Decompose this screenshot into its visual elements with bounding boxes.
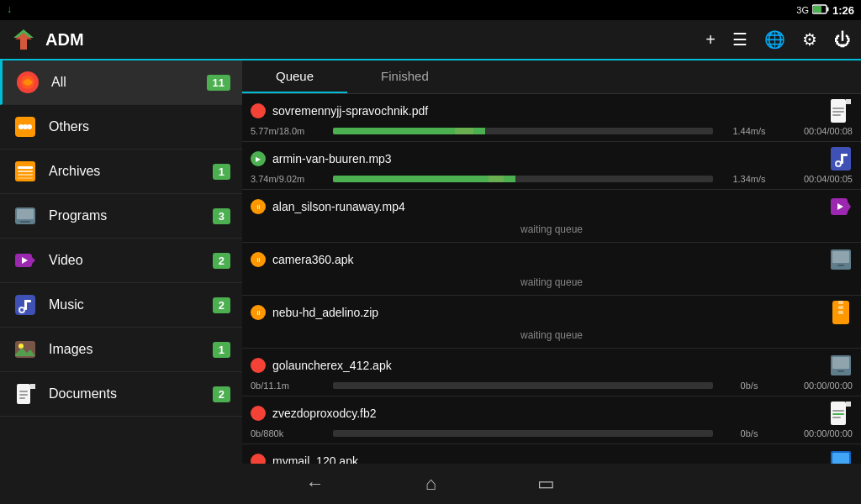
svg-rect-2 bbox=[813, 6, 821, 13]
download-item: ▶ armin-van-buuren.mp3 3.74m/9.02m 1.34m… bbox=[242, 142, 861, 190]
sidebar-item-documents[interactable]: Documents 2 bbox=[0, 372, 242, 417]
home-button[interactable]: ⌂ bbox=[425, 473, 436, 495]
progress-time: 00:04/00:05 bbox=[785, 174, 853, 184]
network-indicator: 3G bbox=[796, 5, 809, 15]
download-item: ⏸ alan_silson-runaway.mp4 waiting queue bbox=[242, 190, 861, 243]
sidebar-item-label: Others bbox=[49, 119, 230, 134]
sidebar-item-images[interactable]: Images 1 bbox=[0, 328, 242, 372]
download-filename: armin-van-buuren.mp3 bbox=[272, 152, 829, 165]
download-filename: nebu-hd_adelino.zip bbox=[272, 306, 829, 319]
file-type-icon bbox=[829, 99, 853, 123]
sidebar-badge-documents: 2 bbox=[213, 386, 230, 402]
svg-rect-62 bbox=[846, 402, 851, 407]
app-title: ADM bbox=[45, 30, 705, 50]
sidebar-item-archives[interactable]: Archives 1 bbox=[0, 150, 242, 194]
progress-speed: 0b/s bbox=[720, 428, 779, 438]
toolbar-actions: + ☰ 🌐 ⚙ ⏻ bbox=[705, 29, 851, 50]
download-arrow-icon: ↓ bbox=[7, 3, 12, 15]
globe-button[interactable]: 🌐 bbox=[764, 29, 785, 50]
svg-rect-41 bbox=[832, 114, 841, 116]
svg-rect-59 bbox=[837, 370, 844, 372]
sidebar-item-programs[interactable]: Programs 3 bbox=[0, 194, 242, 239]
downloads-list: sovremennyjj-spravochnik.pdf 5.77m/18.0m… bbox=[242, 94, 861, 464]
tab-finished[interactable]: Finished bbox=[347, 60, 462, 93]
sidebar-item-label: All bbox=[51, 75, 207, 90]
time-display: 1:26 bbox=[832, 4, 854, 17]
progress-time: 00:04/00:08 bbox=[785, 126, 853, 136]
progress-bar-fill bbox=[333, 128, 455, 134]
download-item: mymail_120.apk bbox=[242, 444, 861, 464]
download-filename: mymail_120.apk bbox=[272, 454, 829, 464]
file-type-icon bbox=[829, 147, 853, 171]
sidebar-badge-programs: 3 bbox=[213, 208, 230, 224]
add-button[interactable]: + bbox=[705, 30, 716, 50]
svg-rect-63 bbox=[832, 410, 844, 412]
sidebar-badge-all: 11 bbox=[207, 75, 230, 91]
svg-rect-64 bbox=[832, 413, 844, 415]
documents-icon bbox=[12, 381, 39, 407]
svg-rect-67 bbox=[832, 453, 849, 464]
sidebar-item-label: Archives bbox=[49, 164, 213, 179]
waiting-row: waiting queue bbox=[251, 275, 853, 290]
status-indicator[interactable] bbox=[251, 406, 266, 421]
status-indicator[interactable] bbox=[251, 358, 266, 373]
progress-bar-fill bbox=[333, 176, 489, 182]
status-bar: ↓ 3G 1:26 bbox=[0, 0, 861, 20]
progress-row: 5.77m/18.0m 1.44m/s 00:04/00:08 bbox=[251, 126, 853, 136]
svg-marker-48 bbox=[848, 202, 851, 212]
status-indicator[interactable]: ⏸ bbox=[251, 305, 266, 320]
sidebar-badge-images: 1 bbox=[213, 342, 230, 358]
equalizer-button[interactable]: ⚙ bbox=[802, 29, 817, 50]
back-button[interactable]: ← bbox=[306, 473, 325, 495]
download-item: golauncherex_412.apk 0b/11.1m 0b/s 00:00… bbox=[242, 349, 861, 396]
tab-queue[interactable]: Queue bbox=[242, 60, 347, 93]
main-content: All 11 Others bbox=[0, 60, 861, 464]
svg-rect-46 bbox=[841, 154, 848, 156]
progress-info: 3.74m/9.02m bbox=[251, 174, 326, 184]
download-item-header: sovremennyjj-spravochnik.pdf bbox=[251, 99, 853, 123]
download-item: zvezdoproxodcy.fb2 0b/880k 0b/s 00:00/00… bbox=[242, 396, 861, 444]
recents-button[interactable]: ▭ bbox=[537, 473, 555, 495]
sidebar-item-others[interactable]: Others bbox=[0, 105, 242, 150]
progress-row: 3.74m/9.02m 1.34m/s 00:04/00:05 bbox=[251, 174, 853, 184]
file-type-icon bbox=[829, 354, 853, 377]
status-indicator[interactable]: ▶ bbox=[251, 151, 266, 166]
svg-rect-14 bbox=[18, 174, 33, 176]
progress-bar-container bbox=[333, 382, 713, 389]
status-indicator[interactable]: ⏸ bbox=[251, 252, 266, 267]
download-item: sovremennyjj-spravochnik.pdf 5.77m/18.0m… bbox=[242, 94, 861, 142]
svg-rect-39 bbox=[832, 108, 844, 109]
svg-rect-1 bbox=[827, 8, 828, 12]
svg-rect-55 bbox=[838, 306, 843, 309]
download-item-header: mymail_120.apk bbox=[251, 449, 853, 464]
status-indicator[interactable] bbox=[251, 103, 266, 118]
sidebar-item-all[interactable]: All 11 bbox=[0, 60, 242, 105]
download-item-header: zvezdoproxodcy.fb2 bbox=[251, 402, 853, 425]
download-item-header: ⏸ alan_silson-runaway.mp4 bbox=[251, 195, 853, 218]
images-icon bbox=[12, 336, 39, 363]
svg-point-10 bbox=[27, 124, 32, 129]
battery-icon bbox=[812, 4, 829, 16]
progress-info: 0b/11.1m bbox=[251, 381, 326, 391]
sidebar-item-music[interactable]: Music 2 bbox=[0, 283, 242, 328]
download-filename: zvezdoproxodcy.fb2 bbox=[272, 407, 829, 420]
sidebar-item-label: Music bbox=[49, 297, 213, 312]
file-type-icon bbox=[829, 402, 853, 425]
menu-button[interactable]: ☰ bbox=[732, 29, 747, 50]
svg-rect-26 bbox=[24, 300, 31, 302]
download-item: ⏸ nebu-hd_adelino.zip waiting queue bbox=[242, 296, 861, 349]
progress-info: 5.77m/18.0m bbox=[251, 126, 326, 136]
svg-rect-65 bbox=[832, 417, 841, 418]
sidebar-item-label: Images bbox=[49, 342, 213, 357]
svg-point-44 bbox=[837, 162, 840, 165]
svg-rect-54 bbox=[838, 301, 843, 304]
sidebar-item-video[interactable]: Video 2 bbox=[0, 239, 242, 283]
download-item: ⏸ camera360.apk waiting queue bbox=[242, 243, 861, 296]
app-logo bbox=[10, 26, 37, 53]
status-indicator[interactable] bbox=[251, 454, 266, 464]
toolbar: ADM + ☰ 🌐 ⚙ ⏻ bbox=[0, 20, 861, 60]
svg-point-24 bbox=[20, 308, 24, 312]
status-indicator[interactable]: ⏸ bbox=[251, 199, 266, 214]
sidebar-badge-music: 2 bbox=[213, 297, 230, 313]
power-button[interactable]: ⏻ bbox=[834, 30, 851, 50]
